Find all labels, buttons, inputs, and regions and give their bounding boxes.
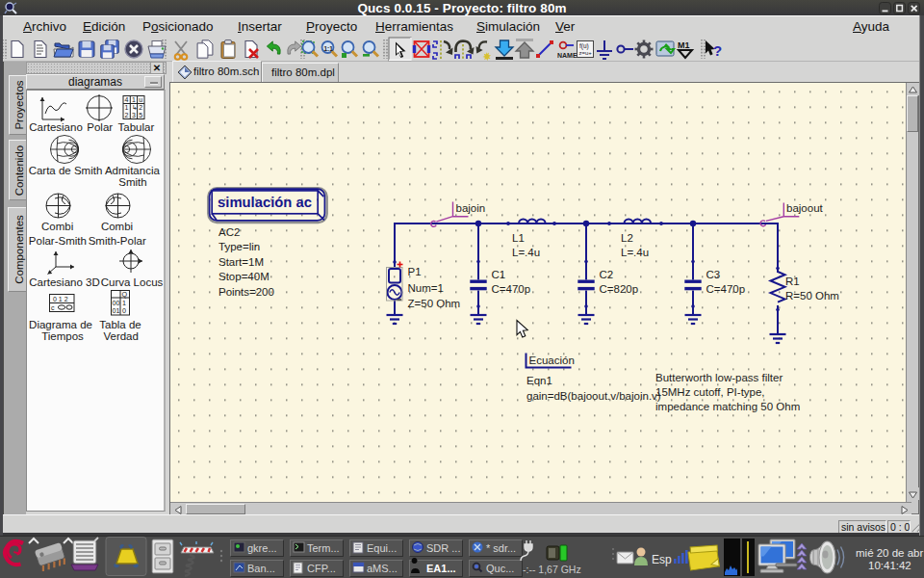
svg-text:1:1: 1:1	[324, 45, 334, 52]
svg-text:L1: L1	[512, 232, 525, 244]
svg-text:15MHz cutoff, PI-type,: 15MHz cutoff, PI-type,	[655, 386, 765, 398]
svg-text:Z=50 Ohm: Z=50 Ohm	[408, 298, 461, 309]
svg-text:impedance matching 50 Ohm: impedance matching 50 Ohm	[655, 401, 800, 412]
svg-text:3: 3	[132, 112, 136, 118]
svg-text:L=.4u: L=.4u	[621, 247, 649, 258]
svg-text:0 1 2: 0 1 2	[53, 296, 68, 302]
svg-text:P1: P1	[408, 266, 422, 277]
svg-text:simulación ac: simulación ac	[218, 195, 312, 210]
svg-text:NAME: NAME	[557, 52, 578, 59]
svg-text:0: 0	[122, 306, 126, 315]
svg-text:?: ?	[713, 42, 722, 59]
svg-text:z=u+: z=u+	[579, 50, 593, 56]
svg-text:C2: C2	[600, 269, 614, 280]
svg-text:M1: M1	[678, 40, 690, 50]
svg-text:Num=1: Num=1	[408, 282, 444, 294]
svg-text:2: 2	[139, 104, 142, 111]
svg-text:bajoout: bajoout	[786, 202, 824, 214]
svg-text:u: u	[139, 96, 142, 103]
svg-text:C=470p: C=470p	[492, 283, 531, 295]
svg-text:1: 1	[132, 96, 136, 103]
svg-text:C=820p: C=820p	[600, 283, 639, 295]
svg-text:5: 5	[139, 112, 142, 118]
svg-text:1: 1	[125, 104, 129, 111]
svg-text:Butterworth low-pass filter: Butterworth low-pass filter	[655, 372, 783, 383]
svg-text:AC2: AC2	[218, 226, 240, 238]
svg-text:c: c	[51, 304, 55, 311]
svg-text:L=.4u: L=.4u	[512, 247, 540, 258]
svg-text:Points=200: Points=200	[218, 286, 274, 298]
svg-text:C=470p: C=470p	[706, 283, 746, 295]
svg-text:R=50 Ohm: R=50 Ohm	[785, 290, 839, 302]
svg-text:C3: C3	[706, 269, 721, 280]
svg-text:Type=lin: Type=lin	[218, 241, 260, 252]
svg-text:Start=1M: Start=1M	[218, 256, 264, 268]
svg-text:R1: R1	[785, 276, 800, 287]
svg-text:↳: ↳	[132, 104, 138, 111]
svg-text:C1: C1	[492, 269, 506, 280]
svg-text:f(u): f(u)	[579, 42, 589, 50]
svg-text:4: 4	[125, 96, 129, 103]
svg-text:gain=dB(bajoout.v/bajoin.v): gain=dB(bajoout.v/bajoin.v)	[526, 390, 661, 402]
svg-text:bajoin: bajoin	[456, 202, 486, 214]
svg-text:01: 01	[113, 306, 120, 315]
svg-text:Stop=40M: Stop=40M	[218, 271, 270, 282]
svg-text:2: 2	[125, 112, 129, 118]
svg-text:Eqn1: Eqn1	[526, 375, 552, 386]
svg-text:Ecuación: Ecuación	[529, 355, 575, 366]
svg-text:L2: L2	[621, 232, 633, 244]
